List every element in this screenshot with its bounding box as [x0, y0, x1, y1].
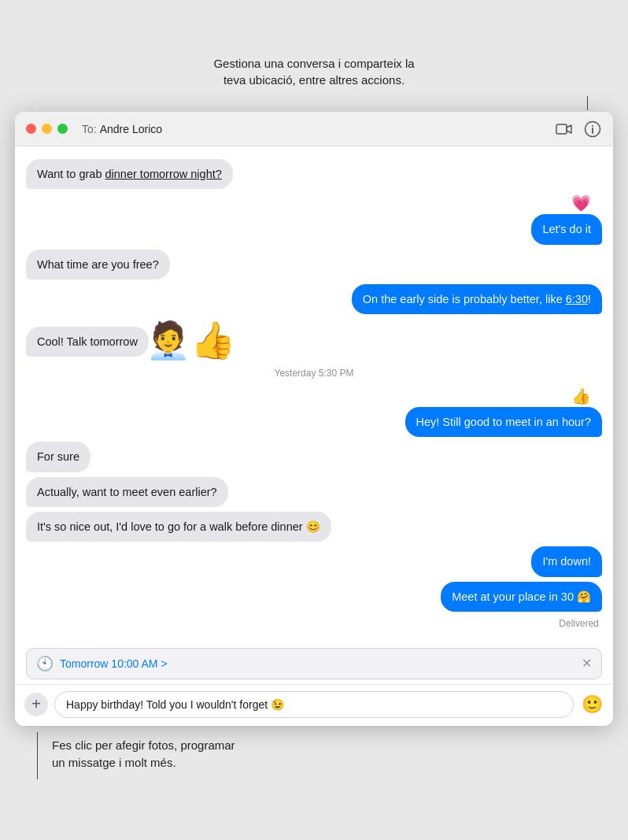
message-bubble: I'm down!	[531, 546, 602, 576]
svg-rect-0	[556, 124, 567, 134]
reaction-thumbs: 👍	[26, 387, 591, 405]
message-bubble: On the early side is probably better, li…	[352, 284, 602, 314]
titlebar: To: Andre Lorico	[15, 112, 613, 146]
add-attachment-button[interactable]: +	[24, 693, 48, 716]
message-row: Meet at your place in 30 🤗	[26, 582, 602, 612]
input-area: + 🙂	[15, 684, 613, 726]
annotation-line	[15, 96, 613, 110]
video-call-button[interactable]	[555, 120, 574, 139]
message-bubble: Want to grab dinner tomorrow night?	[26, 159, 233, 189]
scheduled-message-bar[interactable]: 🕙 Tomorrow 10:00 AM > ✕	[26, 648, 602, 679]
chat-area: Want to grab dinner tomorrow night? 💗 Le…	[15, 146, 613, 642]
message-row: Actually, want to meet even earlier?	[26, 477, 602, 507]
message-row: Hey! Still good to meet in an hour?	[26, 407, 602, 437]
message-input[interactable]	[54, 691, 574, 718]
message-row: Let's do it	[26, 214, 602, 244]
message-row: Cool! Talk tomorrow 🧑‍💼👍	[26, 319, 602, 357]
delivered-label: Delivered	[26, 618, 599, 629]
contact-name: Andre Lorico	[100, 123, 162, 135]
message-bubble: Hey! Still good to meet in an hour?	[405, 407, 602, 437]
annotation-top: Gestiona una conversa i comparteix la te…	[164, 55, 464, 88]
message-bubble: It's so nice out, I'd love to go for a w…	[26, 512, 331, 542]
message-row: Want to grab dinner tomorrow night?	[26, 159, 602, 189]
to-label: To:	[82, 123, 97, 135]
message-bubble: For sure	[26, 442, 91, 472]
svg-point-3	[592, 125, 593, 127]
titlebar-actions	[555, 120, 602, 139]
messages-window: To: Andre Lorico Want to grab d	[15, 112, 613, 726]
message-bubble: Let's do it	[531, 214, 602, 244]
message-row: On the early side is probably better, li…	[26, 284, 602, 314]
timestamp: Yesterday 5:30 PM	[26, 368, 602, 379]
close-scheduled-button[interactable]: ✕	[582, 656, 592, 671]
message-row: What time are you free?	[26, 250, 602, 279]
minimize-button[interactable]	[42, 124, 52, 134]
maximize-button[interactable]	[57, 124, 68, 134]
info-button[interactable]	[583, 120, 602, 139]
annotation-bottom: Fes clic per afegir fotos, programar un …	[15, 732, 613, 779]
memoji-sticker: 🧑‍💼👍	[146, 319, 235, 361]
message-bubble: Cool! Talk tomorrow	[26, 327, 149, 357]
message-bubble: Meet at your place in 30 🤗	[441, 582, 602, 612]
scheduled-label[interactable]: Tomorrow 10:00 AM >	[60, 657, 575, 670]
message-bubble: What time are you free?	[26, 250, 170, 279]
message-row: For sure	[26, 442, 602, 472]
reaction-heart: 💗	[26, 194, 591, 213]
traffic-lights	[26, 124, 68, 134]
clock-icon: 🕙	[36, 655, 54, 672]
message-bubble: Actually, want to meet even earlier?	[26, 477, 228, 507]
message-row: It's so nice out, I'd love to go for a w…	[26, 512, 602, 542]
emoji-button[interactable]: 🙂	[580, 693, 604, 716]
message-row: I'm down!	[26, 546, 602, 576]
close-button[interactable]	[26, 124, 36, 134]
